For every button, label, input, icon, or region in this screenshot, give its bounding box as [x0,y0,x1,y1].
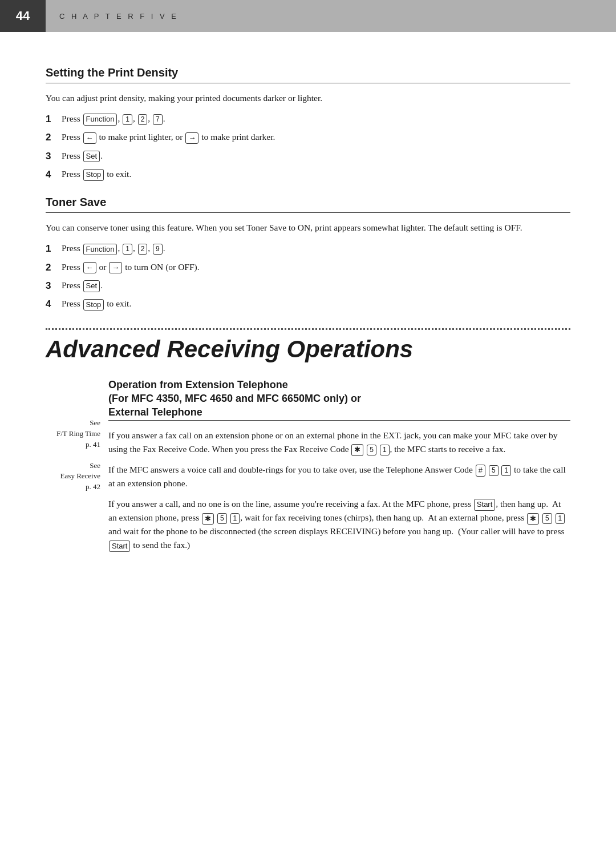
key-1: 1 [123,114,132,125]
step-content: Press Stop to exit. [62,167,570,181]
operation-para-2: If the MFC answers a voice call and doub… [108,463,570,490]
key-start-2: Start [109,541,130,552]
step-num: 1 [46,112,62,127]
step-num: 2 [46,260,62,275]
section1-heading: Setting the Print Density [46,66,570,79]
big-section-title: Advanced Receiving Operations [46,336,570,363]
step-content: Press Function, 1, 2, 9. [62,241,570,255]
step-content: Press ← or → to turn ON (or OFF). [62,260,570,274]
key-1-3: 1 [556,513,565,524]
key-1: 1 [123,244,132,255]
step-content: Press Set. [62,279,570,292]
section2-intro: You can conserve toner using this featur… [46,221,570,235]
key-2: 2 [138,114,148,125]
step-num: 4 [46,167,62,182]
step-num: 2 [46,130,62,145]
section1-intro: You can adjust print density, making you… [46,91,570,105]
section2-divider [46,212,570,213]
operation-heading-2: (For MFC 4350, MFC 4650 and MFC 6650MC o… [108,393,570,405]
key-9: 9 [153,244,163,255]
key-1-2: 1 [230,513,240,524]
key-function: Function [83,244,117,255]
page-header: 44 C H A P T E R F I V E [0,0,616,32]
operation-heading-1: Operation from Extension Telephone [108,379,570,391]
key-set: Set [83,151,100,162]
key-start: Start [474,499,495,510]
key-star-3: ✱ [527,513,539,525]
step-1-4: 4 Press Stop to exit. [46,167,570,182]
sidebar-note-2: See Easy Receive p. 42 [46,461,100,493]
step-num: 3 [46,279,62,293]
step-num: 4 [46,297,62,312]
key-function: Function [83,114,117,125]
section2-steps: 1 Press Function, 1, 2, 9. 2 Press ← or … [46,241,570,312]
key-7: 7 [153,114,163,125]
operation-heading-3: External Telephone [108,406,570,418]
section2-heading: Toner Save [46,196,570,209]
key-5-2: 5 [217,513,227,524]
page-number: 44 [0,0,46,32]
operation-divider [108,420,570,421]
section1-divider [46,83,570,83]
step-2-3: 3 Press Set. [46,279,570,293]
key-2: 2 [138,244,148,255]
key-stop: Stop [83,299,104,310]
step-num: 3 [46,149,62,164]
step-1-1: 1 Press Function, 1, 2, 7. [46,112,570,127]
step-content: Press Stop to exit. [62,297,570,310]
operation-para-1: If you answer a fax call on an extension… [108,429,570,456]
step-2-2: 2 Press ← or → to turn ON (or OFF). [46,260,570,275]
step-content: Press ← to make print lighter, or → to m… [62,130,570,144]
section1-steps: 1 Press Function, 1, 2, 7. 2 Press ← to … [46,112,570,182]
step-2-4: 4 Press Stop to exit. [46,297,570,312]
step-content: Press Set. [62,149,570,163]
key-set: Set [83,280,100,292]
main-content: Setting the Print Density You can adjust… [0,32,616,579]
chapter-label: C H A P T E R F I V E [59,12,179,21]
key-arrow-left: ← [83,132,96,144]
key-1: 1 [380,445,390,455]
key-hash: # [476,465,485,476]
step-1-3: 3 Press Set. [46,149,570,164]
key-star-2: ✱ [202,513,214,525]
step-content: Press Function, 1, 2, 7. [62,112,570,126]
sidebar-note-1: See F/T Ring Time p. 41 [46,418,100,450]
key-stop: Stop [83,169,104,180]
key-1: 1 [501,465,511,476]
step-num: 1 [46,241,62,256]
key-star: ✱ [351,444,363,455]
operation-section: See F/T Ring Time p. 41 See Easy Receive… [46,379,570,559]
key-5: 5 [489,465,499,476]
key-arrow-right: → [109,262,122,273]
operation-para-3: If you answer a call, and no one is on t… [108,497,570,552]
sidebar-notes: See F/T Ring Time p. 41 See Easy Receive… [46,418,108,559]
key-5-3: 5 [542,513,552,524]
step-2-1: 1 Press Function, 1, 2, 9. [46,241,570,256]
main-operation-content: Operation from Extension Telephone (For … [108,379,570,559]
dotted-separator [46,328,570,330]
key-arrow-right: → [185,132,198,144]
key-arrow-left: ← [83,262,96,273]
step-1-2: 2 Press ← to make print lighter, or → to… [46,130,570,145]
key-5: 5 [367,445,376,455]
